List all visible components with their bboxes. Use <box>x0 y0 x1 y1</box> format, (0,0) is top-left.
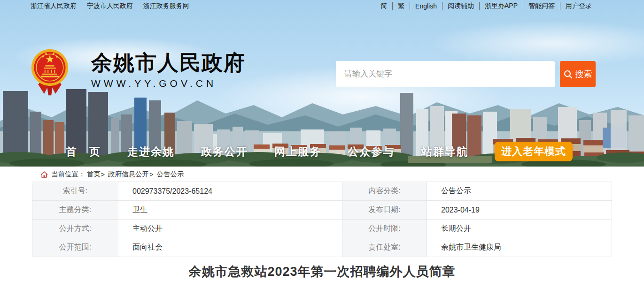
breadcrumb-gov-info[interactable]: 政府信息公开 <box>108 170 149 179</box>
reading-assist-link[interactable]: 阅读辅助 <box>442 2 479 10</box>
national-emblem-logo <box>31 49 69 98</box>
field-label-disclosure-period: 公开时限: <box>342 220 427 238</box>
page: 浙江省人民政府 宁波市人民政府 浙江政务服务网 简 繁 English 阅读辅助… <box>0 0 644 281</box>
nav-item-home[interactable]: 首 页 <box>66 144 101 159</box>
site-title: 余姚市人民政府 <box>91 52 246 74</box>
breadcrumb: 当前位置： 首页 > 政府信息公开 > 公告公示 <box>0 167 644 181</box>
table-row: 公开范围: 面向社会 责任处室: 余姚市卫生健康局 <box>32 238 612 257</box>
site-url: WWW.YY.GOV.CN <box>91 78 246 89</box>
link-zhejiang-service[interactable]: 浙江政务服务网 <box>143 2 189 9</box>
link-zhejiang-gov[interactable]: 浙江省人民政府 <box>31 2 77 9</box>
search-button[interactable]: 搜索 <box>560 61 596 87</box>
smart-qa-link[interactable]: 智能问答 <box>523 2 560 10</box>
search-icon <box>564 70 573 79</box>
site-banner: 浙江省人民政府 宁波市人民政府 浙江政务服务网 简 繁 English 阅读辅助… <box>0 0 644 167</box>
nav-item-about-yuyao[interactable]: 走进余姚 <box>127 144 174 159</box>
field-value-disclosure-scope: 面向社会 <box>118 238 342 257</box>
field-label-publish-date: 发布日期: <box>342 201 427 220</box>
nav-item-site-group-nav[interactable]: 站群导航 <box>421 144 468 159</box>
utility-bar: 浙江省人民政府 宁波市人民政府 浙江政务服务网 简 繁 English 阅读辅助… <box>0 0 644 12</box>
breadcrumb-separator: > <box>101 171 105 178</box>
field-value-topic-category: 卫生 <box>118 201 342 220</box>
user-links: 简 繁 English 阅读辅助 浙里办APP 智能问答 用户登录 <box>375 2 597 10</box>
table-row: 主题分类: 卫生 发布日期: 2023-04-19 <box>32 201 612 220</box>
zheliban-app-link[interactable]: 浙里办APP <box>479 2 523 10</box>
breadcrumb-home[interactable]: 首页 <box>87 170 101 179</box>
table-row: 索引号: 002973375/2023-65124 内容分类: 公告公示 <box>32 182 612 201</box>
field-label-index-no: 索引号: <box>32 182 118 201</box>
gov-links: 浙江省人民政府 宁波市人民政府 浙江政务服务网 <box>31 2 198 10</box>
table-row: 公开方式: 主动公开 公开时限: 长期公开 <box>32 220 612 238</box>
field-value-disclosure-method: 主动公开 <box>118 220 342 238</box>
field-value-index-no: 002973375/2023-65124 <box>118 182 342 201</box>
home-icon <box>40 171 48 178</box>
elder-mode-button[interactable]: 进入老年模式 <box>495 142 573 161</box>
field-label-content-category: 内容分类: <box>342 182 427 201</box>
lang-english-link[interactable]: English <box>410 2 442 10</box>
brand-text: 余姚市人民政府 WWW.YY.GOV.CN <box>91 49 246 89</box>
nav-item-online-services[interactable]: 网上服务 <box>274 144 321 159</box>
nav-item-gov-disclosure[interactable]: 政务公开 <box>201 144 248 159</box>
field-value-responsible-office: 余姚市卫生健康局 <box>427 238 612 257</box>
breadcrumb-announcements[interactable]: 公告公示 <box>156 170 184 179</box>
lang-simplified-link[interactable]: 简 <box>375 2 392 10</box>
user-login-link[interactable]: 用户登录 <box>560 2 597 10</box>
link-ningbo-gov[interactable]: 宁波市人民政府 <box>87 2 133 9</box>
main-navigation: 首 页 走进余姚 政务公开 网上服务 公众参与 站群导航 进入老年模式 <box>66 141 573 162</box>
field-value-content-category: 公告公示 <box>427 182 612 201</box>
lang-traditional-link[interactable]: 繁 <box>392 2 410 10</box>
field-value-publish-date: 2023-04-19 <box>427 201 612 220</box>
article-title: 余姚市急救站2023年第一次招聘编外人员简章 <box>0 263 644 280</box>
search-area: 搜索 <box>336 61 555 87</box>
breadcrumb-separator: > <box>149 171 153 178</box>
site-brand[interactable]: 余姚市人民政府 WWW.YY.GOV.CN <box>31 49 246 98</box>
search-input[interactable] <box>336 61 555 87</box>
search-button-label: 搜索 <box>575 68 592 80</box>
nav-item-public-participation[interactable]: 公众参与 <box>348 144 395 159</box>
field-label-topic-category: 主题分类: <box>32 201 118 220</box>
field-label-disclosure-scope: 公开范围: <box>32 238 118 257</box>
field-value-disclosure-period: 长期公开 <box>427 220 612 238</box>
field-label-disclosure-method: 公开方式: <box>32 220 118 238</box>
document-meta-table: 索引号: 002973375/2023-65124 内容分类: 公告公示 主题分… <box>32 182 612 257</box>
field-label-responsible-office: 责任处室: <box>342 238 427 257</box>
breadcrumb-prefix: 当前位置： <box>51 170 85 179</box>
